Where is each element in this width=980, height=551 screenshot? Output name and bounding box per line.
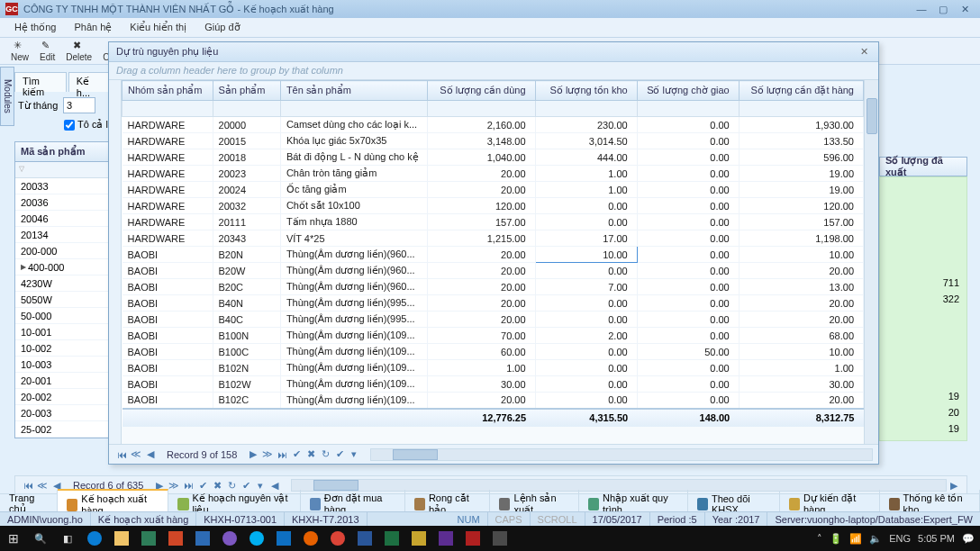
right-col-cell[interactable] [880,226,966,242]
taskview-icon[interactable]: ◧ [54,526,81,551]
grid-row[interactable]: BAOBIB102NThùng(Âm dương liền)(109...1.0… [122,360,864,376]
explorer-icon[interactable] [108,526,135,551]
tray-battery-icon[interactable]: 🔋 [830,533,842,545]
vs-icon[interactable] [432,526,459,551]
grid-row[interactable]: HARDWARE20343VÍT 4*251,215.0017.000.001,… [122,230,864,247]
right-col-cell[interactable]: 322 [880,291,966,307]
col-san-pham[interactable]: Sản phẩm [213,81,280,101]
office-icon[interactable] [162,526,189,551]
modules-side-tab[interactable]: Modules [0,67,14,126]
modal-titlebar[interactable]: Dự trù nguyên phụ liệu ✕ [109,42,878,62]
skype-icon[interactable] [243,526,270,551]
col-ten[interactable]: Tên sản phẩm [280,81,427,101]
nav-cancel-icon[interactable]: ✖ [304,448,318,460]
delete-button[interactable]: ✖Delete [60,39,97,64]
grid-row[interactable]: HARDWARE20015Khóa lục giác 5x70x353,148.… [122,133,864,149]
nav-prev-icon[interactable]: ◀ [143,448,158,460]
left-grid-row[interactable]: 20-001 [15,373,111,389]
right-col-cell[interactable] [880,339,966,356]
grid-row[interactable]: BAOBIB20WThùng(Âm dương liền)(960...20.0… [122,263,864,279]
nav-first-icon[interactable]: ⏮ [114,449,129,460]
grid-filter-row[interactable] [122,101,864,117]
tu-thang-input[interactable] [63,97,95,113]
nav-prevpage-icon[interactable]: ≪ [129,448,143,460]
right-col-cell[interactable] [880,356,966,372]
minimize-button[interactable]: — [912,2,931,16]
start-button[interactable]: ⊞ [0,526,27,551]
grid-row[interactable]: BAOBIB40NThùng(Âm dương liền)(995...20.0… [122,295,864,312]
menu-he-thong[interactable]: Hệ thống [5,19,65,36]
col-can-dung[interactable]: Số lượng cần dùng [428,81,535,101]
modal-close-icon[interactable]: ✕ [857,46,871,58]
menu-kieu-hien-thi[interactable]: Kiểu hiển thị [121,19,195,36]
grid-row[interactable]: BAOBIB100NThùng(Âm dương liền)(109...70.… [122,328,864,344]
nav-refresh-icon[interactable]: ↻ [318,448,332,460]
tray-notifications-icon[interactable]: 💬 [962,533,975,545]
edge-icon[interactable] [81,526,108,551]
left-grid-row[interactable]: 200-000 [15,243,111,259]
grid-row[interactable]: BAOBIB20NThùng(Âm dương liền)(960...20.0… [122,247,864,263]
grid-row[interactable]: HARDWARE20024Ốc tăng giảm20.001.000.0019… [122,182,864,198]
excel-icon[interactable] [378,526,405,551]
app-task2-icon[interactable] [486,526,513,551]
grid-row[interactable]: BAOBIB20CThùng(Âm dương liền)(960...20.0… [122,279,864,295]
left-grid-row[interactable]: 20134 [15,227,111,243]
tray-chevron-up-icon[interactable]: ˄ [817,533,822,545]
tray-lang[interactable]: ENG [889,533,911,544]
left-grid-header[interactable]: Mã sản phẩm [15,142,111,162]
left-grid-row[interactable]: 20033 [15,178,111,194]
toca-checkbox[interactable] [64,120,75,131]
teamviewer-icon[interactable] [270,526,297,551]
grid-row[interactable]: HARDWARE20000Camset dùng cho các loại k.… [122,117,864,133]
right-col-cell[interactable]: 20 [880,404,966,420]
close-button[interactable]: ✕ [955,2,975,16]
firefox-icon[interactable] [297,526,324,551]
left-grid-filter[interactable] [15,162,111,178]
left-grid-row[interactable]: 20-003 [15,405,111,421]
left-grid-row[interactable]: 50-000 [15,308,111,324]
nav-nextpage-icon[interactable]: ≫ [260,448,275,460]
right-column-header[interactable]: Số lượng đã xuất [879,157,967,176]
right-col-cell[interactable]: 19 [880,420,966,437]
grid-row[interactable]: HARDWARE20023Chân tròn tăng giảm20.001.0… [122,166,864,182]
grid-row[interactable]: HARDWARE20018Bát đi động L - N dùng cho … [122,149,864,166]
right-col-cell[interactable] [880,372,966,388]
left-grid-row[interactable]: 20046 [15,211,111,227]
word-icon[interactable] [351,526,378,551]
modal-horizontal-scrollbar[interactable] [370,448,873,461]
sqlserver-icon[interactable] [405,526,432,551]
right-col-cell[interactable] [880,194,966,210]
nav-last-icon[interactable]: ⏭ [275,449,289,460]
col-ton-kho[interactable]: Số lượng tồn kho [535,81,637,101]
app-task-icon[interactable] [459,526,486,551]
grid-row[interactable]: HARDWARE20111Tấm nhựa 1880157.000.000.00… [122,214,864,230]
menu-phan-he[interactable]: Phân hệ [65,19,121,36]
nav-next-icon[interactable]: ▶ [246,448,260,460]
left-grid-row[interactable]: 10-001 [15,324,111,340]
left-grid-row[interactable]: 20-002 [15,389,111,405]
nav-accept-icon[interactable]: ✔ [289,448,304,460]
tray-wifi-icon[interactable]: 📶 [849,533,862,545]
right-col-cell[interactable] [880,258,966,275]
tray-time[interactable]: 5:05 PM [918,533,955,544]
left-grid-row[interactable]: 25-002 [15,421,111,438]
tab-tim-kiem[interactable]: Tìm kiếm [14,72,67,92]
mail-icon[interactable] [189,526,216,551]
chrome-icon[interactable] [324,526,351,551]
left-grid-row[interactable]: 5050W [15,292,111,308]
right-col-cell[interactable] [880,210,966,226]
edit-button[interactable]: ✎Edit [34,39,60,64]
viber-icon[interactable] [216,526,243,551]
left-grid-row[interactable]: 400-000 [15,259,111,276]
nav-check-icon[interactable]: ✔ [332,448,347,460]
tray-volume-icon[interactable]: 🔈 [869,533,882,545]
nav-collapse-icon[interactable]: ▾ [347,448,361,460]
hscroll-thumb[interactable] [393,449,438,460]
modal-vertical-scrollbar[interactable] [864,80,878,444]
menu-giup-do[interactable]: Giúp đỡ [195,19,249,36]
store-icon[interactable] [135,526,162,551]
right-col-cell[interactable]: 711 [880,275,966,291]
left-grid-row[interactable]: 10-003 [15,357,111,373]
right-col-cell[interactable] [880,323,966,339]
right-col-cell[interactable] [880,307,966,323]
